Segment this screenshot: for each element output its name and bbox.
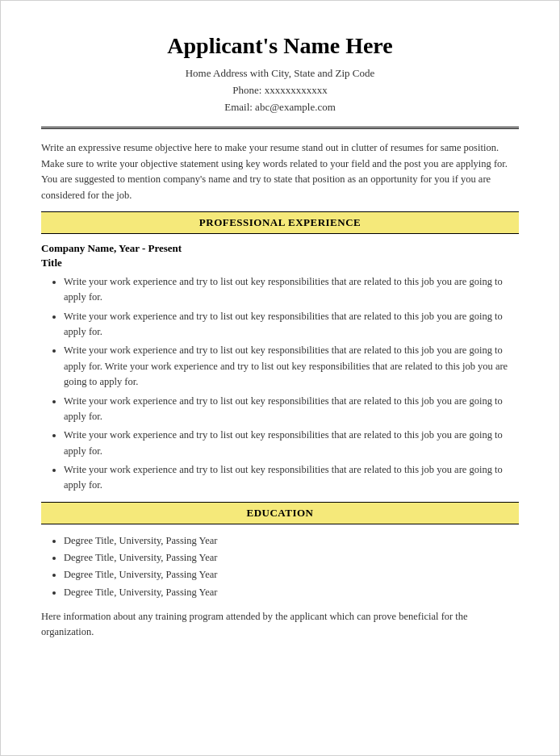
header-divider: [41, 127, 519, 129]
email-line: Email: abc@example.com: [41, 99, 519, 116]
experience-item: Write your work experience and try to li…: [64, 343, 519, 390]
phone-line: Phone: xxxxxxxxxxxx: [41, 82, 519, 99]
company-info: Company Name, Year - Present: [41, 242, 519, 255]
education-item: Degree Title, University, Passing Year: [64, 566, 519, 583]
job-title: Title: [41, 257, 519, 269]
experience-item: Write your work experience and try to li…: [64, 274, 519, 306]
education-item: Degree Title, University, Passing Year: [64, 584, 519, 601]
resume-header: Applicant's Name Here Home Address with …: [41, 33, 519, 115]
address-line: Home Address with City, State and Zip Co…: [41, 65, 519, 82]
applicant-name: Applicant's Name Here: [41, 33, 519, 59]
education-list: Degree Title, University, Passing YearDe…: [41, 533, 519, 601]
experience-list: Write your work experience and try to li…: [41, 274, 519, 494]
experience-item: Write your work experience and try to li…: [64, 394, 519, 425]
education-item: Degree Title, University, Passing Year: [64, 549, 519, 566]
training-info: Here information about any training prog…: [41, 609, 519, 641]
professional-experience-header: PROFESSIONAL EXPERIENCE: [41, 211, 519, 234]
education-item: Degree Title, University, Passing Year: [64, 533, 519, 549]
objective-section: Write an expressive resume objective her…: [41, 140, 519, 203]
experience-item: Write your work experience and try to li…: [64, 309, 519, 340]
experience-item: Write your work experience and try to li…: [64, 462, 519, 494]
experience-item: Write your work experience and try to li…: [64, 428, 519, 459]
contact-info: Home Address with City, State and Zip Co…: [41, 65, 519, 115]
resume-page: Applicant's Name Here Home Address with …: [0, 0, 560, 756]
objective-text: Write an expressive resume objective her…: [41, 140, 519, 203]
education-header: EDUCATION: [41, 502, 519, 524]
